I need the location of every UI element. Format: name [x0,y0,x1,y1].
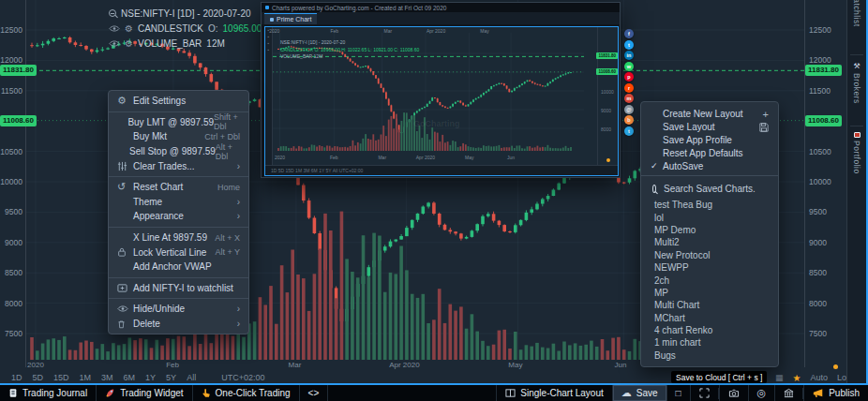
menu-item-hide-unhide[interactable]: Hide/Unhide› [109,302,248,317]
menu-item-create-new-layout[interactable]: Create New Layout+ [641,108,778,121]
gear-icon[interactable]: ⚙ [125,23,133,34]
timeframe-1d[interactable]: 1D [11,373,22,382]
submenu-arrow-icon: › [237,161,240,171]
timeframe-all[interactable]: All [187,373,196,382]
search-input[interactable] [664,184,769,194]
popup-time-axis: 2020FebMarApr 2020MayJun [273,155,584,161]
saved-chart-mp[interactable]: MP [641,287,778,299]
time-tick: Mar [289,361,302,369]
popup-favicon [265,6,269,9]
time-tick: Apr 2020 [389,361,419,369]
timeframe-5d[interactable]: 5D [33,373,44,382]
timezone-selector[interactable]: UTC+02:00 [221,373,264,382]
gear-icon[interactable]: ⚙ [125,38,133,49]
screenshot-button[interactable] [719,385,748,401]
price-tick: 10500 [0,147,25,156]
menu-item-edit-settings[interactable]: ⚙Edit Settings [109,94,248,109]
share-telegram-icon[interactable]: t [624,126,634,136]
publish-button[interactable]: Publish [803,385,868,401]
trading-widget-button[interactable]: Trading Widget [97,385,192,401]
saved-chart-bugs[interactable]: Bugs [641,349,778,362]
saved-chart-1-min-chart[interactable]: 1 min chart [641,336,778,349]
saved-chart-newpp[interactable]: NEWPP [641,261,778,274]
tab-watchlist[interactable]: Watchlist [847,0,866,27]
one-click-trading-button[interactable]: One-Click Trading [193,385,300,401]
price-tick: 8000 [0,299,25,308]
eye-icon[interactable] [109,39,120,48]
open-label: O: [208,23,218,34]
menu-item-clear-trades[interactable]: Clear Trades...› [109,158,248,173]
cloud-icon: ☁ [621,387,632,399]
timeframe-1m[interactable]: 1M [80,373,92,382]
eye-icon[interactable] [109,24,120,33]
time-tick: May [508,361,522,369]
marketplace-button[interactable] [774,385,802,401]
timeframe-15d[interactable]: 15D [53,373,69,382]
menu-item-delete[interactable]: Delete› [109,317,248,332]
menu-item-reset-chart[interactable]: ↺Reset ChartHome [109,180,248,195]
wrench-icon: ⚒ [853,62,860,70]
single-chart-layout-button[interactable]: Single-Chart Layout [496,385,611,401]
menu-item-add-nifty-i-to-watchlist[interactable]: Add NIFTY-I to watchlist [109,281,248,296]
share-reddit-icon[interactable]: r [624,83,634,93]
fullscreen-button[interactable] [690,385,718,401]
trading-journal-button[interactable]: Trading Journal [0,385,97,401]
price-axis-right[interactable]: 1250012000115001050010000950090008500800… [804,0,847,367]
price-tick: 8500 [0,268,25,277]
timeframe-6m[interactable]: 6M [124,373,136,382]
share-whatsapp-icon[interactable]: w [624,62,634,71]
saved-chart-multi-chart[interactable]: Multi Chart [641,299,778,311]
gear-icon: ⚙ [117,95,133,107]
share-twitter-icon[interactable]: t [624,40,634,50]
saved-charts-search[interactable] [641,179,778,199]
share-blogger-icon[interactable]: b [624,115,634,125]
timeframe-5y[interactable]: 5Y [166,373,176,382]
menu-item-theme[interactable]: Theme› [109,195,248,210]
watchlist-add-icon [117,283,133,293]
saved-chart-test-thea-bug[interactable]: test Thea Bug [641,199,778,211]
menu-item-reset-app-defaults[interactable]: Reset App Defaults [641,146,778,159]
menu-item-save-layout[interactable]: Save Layout [641,121,778,134]
saved-charts-list: test Thea BuglolMP DemoMulti2New Protoco… [641,199,778,362]
saved-chart-lol[interactable]: lol [641,211,778,223]
menu-item-lock-vertical-line[interactable]: Lock Vertical LineAlt + Y [109,245,248,260]
share-pinterest-icon[interactable]: p [624,72,634,82]
submenu-arrow-icon: › [237,211,240,221]
popup-status-dot [606,158,610,162]
maximize-button[interactable]: □ [666,385,690,401]
side-tab-strip: Watchlist ⚒ Brokers Portfolio [846,0,866,383]
share-linkedin-icon[interactable]: in [624,51,634,60]
pointer-icon [202,388,211,398]
saved-chart-new-protocol[interactable]: New Protocol [641,249,778,261]
timeframe-1y[interactable]: 1Y [145,373,156,382]
code-button[interactable]: <> [300,385,329,401]
tab-portfolio[interactable]: Portfolio [847,132,866,174]
saved-chart-4-chart-renko[interactable]: 4 chart Renko [641,324,778,336]
menu-item-add-anchor-vwap[interactable]: Add Anchor VWAP [109,260,248,275]
zoom-out-icon[interactable] [109,9,116,17]
price-axis-left[interactable]: 1250012000115001050010000950090008500800… [0,0,26,367]
saved-chart-mchart[interactable]: MChart [641,312,778,324]
menu-item-save-app-profile[interactable]: Save App Profile [641,134,778,147]
saved-chart-2ch[interactable]: 2ch [641,274,778,286]
menu-item-appearance[interactable]: Appearance› [109,209,248,224]
menu-item-autosave[interactable]: ✓AutoSave [641,159,778,172]
auto-scale-toggle[interactable]: Auto [810,373,828,382]
rocket-icon [105,388,115,398]
menu-item-x-line-at-9897-59[interactable]: X Line At 9897.59Alt + X [109,230,248,245]
saved-chart-multi2[interactable]: Multi2 [641,236,778,248]
save-button[interactable]: ☁Save [612,385,666,401]
share-facebook-icon[interactable]: f [624,29,634,38]
grid-icon[interactable]: ▦ [775,373,784,382]
star-icon[interactable]: ★ [792,373,801,383]
share-gmail-icon[interactable]: m [624,94,634,103]
popup-tab-prime-chart[interactable]: Prime Chart [264,13,317,24]
tab-brokers[interactable]: ⚒ Brokers [847,62,866,104]
menu-item-buy-lmt-9897-59[interactable]: Buy LMT @ 9897.59Shift + Dbl [109,115,248,130]
saved-chart-mp-demo[interactable]: MP Demo [641,224,778,236]
popup-watermark: GoCharting [413,119,460,128]
share-email-icon[interactable]: @ [624,105,634,114]
timeframe-3m[interactable]: 3M [101,373,113,382]
crosshair-button[interactable]: ◎ [748,385,775,401]
menu-item-sell-stop-9897-59[interactable]: Sell Stop @ 9897.59Alt + Dbl [109,144,248,159]
